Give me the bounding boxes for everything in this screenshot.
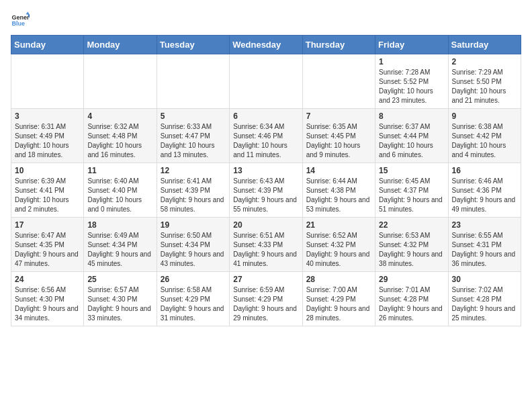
day-number: 22: [379, 220, 444, 230]
day-info: Sunrise: 6:52 AM Sunset: 4:32 PM Dayligh…: [306, 231, 371, 269]
day-number: 2: [452, 57, 517, 66]
header: General Blue: [11, 11, 521, 30]
day-info: Sunrise: 7:29 AM Sunset: 5:50 PM Dayligh…: [452, 68, 517, 105]
calendar-cell: 5Sunrise: 6:33 AM Sunset: 4:47 PM Daylig…: [157, 109, 229, 163]
day-number: 25: [87, 275, 152, 284]
calendar-cell: 22Sunrise: 6:53 AM Sunset: 4:32 PM Dayli…: [375, 218, 448, 272]
day-info: Sunrise: 6:31 AM Sunset: 4:49 PM Dayligh…: [15, 122, 80, 160]
day-number: 17: [15, 220, 80, 230]
day-info: Sunrise: 6:38 AM Sunset: 4:42 PM Dayligh…: [452, 122, 517, 160]
day-number: 14: [306, 166, 371, 175]
calendar-cell: 29Sunrise: 7:01 AM Sunset: 4:28 PM Dayli…: [375, 272, 448, 326]
day-number: 29: [379, 275, 444, 284]
calendar-week-row: 24Sunrise: 6:56 AM Sunset: 4:30 PM Dayli…: [11, 272, 521, 326]
day-info: Sunrise: 6:46 AM Sunset: 4:36 PM Dayligh…: [452, 177, 517, 214]
day-number: 21: [306, 220, 371, 230]
day-info: Sunrise: 6:47 AM Sunset: 4:35 PM Dayligh…: [15, 231, 80, 269]
calendar-day-header: Monday: [84, 36, 157, 54]
day-info: Sunrise: 6:57 AM Sunset: 4:30 PM Dayligh…: [87, 285, 152, 323]
day-number: 13: [233, 166, 298, 175]
day-info: Sunrise: 6:37 AM Sunset: 4:44 PM Dayligh…: [379, 122, 444, 160]
day-number: 15: [379, 166, 444, 175]
day-number: 20: [233, 220, 298, 230]
calendar-cell: 28Sunrise: 7:00 AM Sunset: 4:29 PM Dayli…: [302, 272, 375, 326]
day-number: 7: [306, 111, 371, 121]
calendar-cell: [230, 54, 302, 109]
calendar-cell: 16Sunrise: 6:46 AM Sunset: 4:36 PM Dayli…: [448, 163, 521, 218]
calendar-cell: 8Sunrise: 6:37 AM Sunset: 4:44 PM Daylig…: [375, 109, 448, 163]
day-info: Sunrise: 6:55 AM Sunset: 4:31 PM Dayligh…: [452, 231, 517, 269]
calendar-week-row: 1Sunrise: 7:28 AM Sunset: 5:52 PM Daylig…: [11, 54, 521, 109]
day-info: Sunrise: 6:59 AM Sunset: 4:29 PM Dayligh…: [233, 285, 298, 323]
calendar-day-header: Saturday: [448, 36, 521, 54]
calendar-cell: 26Sunrise: 6:58 AM Sunset: 4:29 PM Dayli…: [157, 272, 229, 326]
calendar-day-header: Sunday: [11, 36, 84, 54]
svg-text:General: General: [11, 14, 30, 21]
calendar-cell: 2Sunrise: 7:29 AM Sunset: 5:50 PM Daylig…: [448, 54, 521, 109]
day-info: Sunrise: 6:45 AM Sunset: 4:37 PM Dayligh…: [379, 177, 444, 214]
day-info: Sunrise: 6:53 AM Sunset: 4:32 PM Dayligh…: [379, 231, 444, 269]
calendar-week-row: 3Sunrise: 6:31 AM Sunset: 4:49 PM Daylig…: [11, 109, 521, 163]
calendar-cell: 25Sunrise: 6:57 AM Sunset: 4:30 PM Dayli…: [84, 272, 157, 326]
day-info: Sunrise: 6:32 AM Sunset: 4:48 PM Dayligh…: [87, 122, 152, 160]
day-number: 8: [379, 111, 444, 121]
calendar-day-header: Thursday: [302, 36, 375, 54]
calendar-week-row: 17Sunrise: 6:47 AM Sunset: 4:35 PM Dayli…: [11, 218, 521, 272]
day-number: 28: [306, 275, 371, 284]
day-number: 26: [161, 275, 226, 284]
calendar-cell: 18Sunrise: 6:49 AM Sunset: 4:34 PM Dayli…: [84, 218, 157, 272]
calendar-cell: [84, 54, 157, 109]
day-number: 6: [233, 111, 298, 121]
day-number: 12: [161, 166, 226, 175]
day-info: Sunrise: 7:01 AM Sunset: 4:28 PM Dayligh…: [379, 285, 444, 323]
day-info: Sunrise: 6:34 AM Sunset: 4:46 PM Dayligh…: [233, 122, 298, 160]
day-info: Sunrise: 6:40 AM Sunset: 4:40 PM Dayligh…: [87, 177, 152, 214]
calendar-cell: 23Sunrise: 6:55 AM Sunset: 4:31 PM Dayli…: [448, 218, 521, 272]
calendar-cell: 4Sunrise: 6:32 AM Sunset: 4:48 PM Daylig…: [84, 109, 157, 163]
calendar-day-header: Wednesday: [230, 36, 302, 54]
calendar-cell: 6Sunrise: 6:34 AM Sunset: 4:46 PM Daylig…: [230, 109, 302, 163]
calendar-cell: 20Sunrise: 6:51 AM Sunset: 4:33 PM Dayli…: [230, 218, 302, 272]
calendar-cell: [157, 54, 229, 109]
day-info: Sunrise: 7:28 AM Sunset: 5:52 PM Dayligh…: [379, 68, 444, 105]
calendar-day-header: Friday: [375, 36, 448, 54]
calendar-cell: 10Sunrise: 6:39 AM Sunset: 4:41 PM Dayli…: [11, 163, 84, 218]
day-number: 30: [452, 275, 517, 284]
svg-marker-2: [26, 11, 30, 14]
day-info: Sunrise: 7:02 AM Sunset: 4:28 PM Dayligh…: [452, 285, 517, 323]
calendar-cell: 13Sunrise: 6:43 AM Sunset: 4:39 PM Dayli…: [230, 163, 302, 218]
calendar-header-row: SundayMondayTuesdayWednesdayThursdayFrid…: [11, 36, 521, 54]
calendar-cell: 27Sunrise: 6:59 AM Sunset: 4:29 PM Dayli…: [230, 272, 302, 326]
day-info: Sunrise: 6:39 AM Sunset: 4:41 PM Dayligh…: [15, 177, 80, 214]
calendar-cell: 30Sunrise: 7:02 AM Sunset: 4:28 PM Dayli…: [448, 272, 521, 326]
day-number: 5: [161, 111, 226, 121]
calendar-cell: 15Sunrise: 6:45 AM Sunset: 4:37 PM Dayli…: [375, 163, 448, 218]
day-number: 3: [15, 111, 80, 121]
day-number: 16: [452, 166, 517, 175]
day-number: 10: [15, 166, 80, 175]
day-info: Sunrise: 6:51 AM Sunset: 4:33 PM Dayligh…: [233, 231, 298, 269]
logo-icon: General Blue: [11, 11, 30, 30]
calendar-cell: 19Sunrise: 6:50 AM Sunset: 4:34 PM Dayli…: [157, 218, 229, 272]
day-number: 1: [379, 57, 444, 66]
day-number: 19: [161, 220, 226, 230]
day-info: Sunrise: 6:35 AM Sunset: 4:45 PM Dayligh…: [306, 122, 371, 160]
day-number: 23: [452, 220, 517, 230]
day-info: Sunrise: 6:33 AM Sunset: 4:47 PM Dayligh…: [161, 122, 226, 160]
day-info: Sunrise: 7:00 AM Sunset: 4:29 PM Dayligh…: [306, 285, 371, 323]
calendar: SundayMondayTuesdayWednesdayThursdayFrid…: [11, 35, 521, 326]
day-info: Sunrise: 6:43 AM Sunset: 4:39 PM Dayligh…: [233, 177, 298, 214]
day-info: Sunrise: 6:44 AM Sunset: 4:38 PM Dayligh…: [306, 177, 371, 214]
calendar-cell: 17Sunrise: 6:47 AM Sunset: 4:35 PM Dayli…: [11, 218, 84, 272]
calendar-cell: 9Sunrise: 6:38 AM Sunset: 4:42 PM Daylig…: [448, 109, 521, 163]
day-info: Sunrise: 6:50 AM Sunset: 4:34 PM Dayligh…: [161, 231, 226, 269]
day-number: 24: [15, 275, 80, 284]
day-number: 18: [87, 220, 152, 230]
calendar-cell: 1Sunrise: 7:28 AM Sunset: 5:52 PM Daylig…: [375, 54, 448, 109]
calendar-cell: 12Sunrise: 6:41 AM Sunset: 4:39 PM Dayli…: [157, 163, 229, 218]
day-info: Sunrise: 6:58 AM Sunset: 4:29 PM Dayligh…: [161, 285, 226, 323]
day-info: Sunrise: 6:56 AM Sunset: 4:30 PM Dayligh…: [15, 285, 80, 323]
calendar-cell: 7Sunrise: 6:35 AM Sunset: 4:45 PM Daylig…: [302, 109, 375, 163]
calendar-cell: [11, 54, 84, 109]
day-number: 9: [452, 111, 517, 121]
